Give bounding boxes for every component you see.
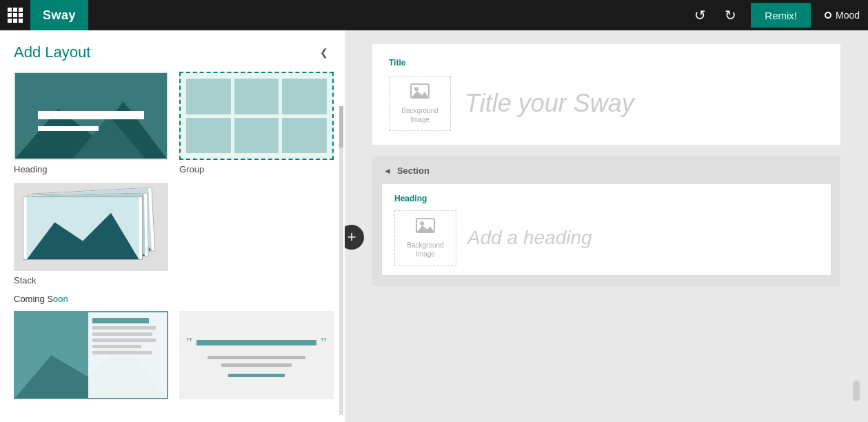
main-area: Add Layout ❮ — [0, 30, 868, 422]
bg-image-label: BackgroundImage — [401, 106, 438, 124]
heading-bg-image-box[interactable]: BackgroundImage — [394, 210, 456, 265]
mood-button[interactable]: Mood — [816, 10, 868, 21]
group-cell — [234, 79, 279, 114]
canvas-scrollbar[interactable] — [853, 381, 860, 401]
quote-line-main — [196, 340, 316, 345]
svg-point-15 — [420, 221, 424, 225]
title-card-content: BackgroundImage Title your Sway — [389, 76, 824, 131]
scrollbar-track — [339, 106, 343, 415]
title-text-preview — [15, 312, 167, 398]
stack-label: Stack — [14, 275, 168, 285]
heading-section-label: Heading — [394, 194, 818, 203]
left-panel: Add Layout ❮ — [0, 30, 345, 422]
layout-item-title-text[interactable] — [14, 311, 168, 399]
heading-bar-sub — [38, 126, 99, 131]
canvas-panel: Title BackgroundImage Tit — [345, 30, 868, 422]
image-icon — [410, 83, 430, 103]
image-icon-2 — [416, 217, 435, 238]
collapse-button[interactable]: ❮ — [314, 43, 334, 62]
mood-label: Mood — [836, 10, 860, 21]
grid-icon — [8, 8, 23, 23]
group-cell — [282, 79, 327, 114]
bottom-grid: " " — [14, 311, 334, 399]
scrollbar-thumb[interactable] — [339, 106, 343, 148]
stack-preview — [23, 190, 159, 263]
heading-thumb — [14, 72, 168, 160]
text-line — [92, 332, 152, 336]
quote-author — [228, 374, 285, 377]
coming-soon-section: Coming Soon — [14, 294, 334, 304]
section-inner: Heading BackgroundImage — [382, 184, 831, 275]
app-logo: Sway — [30, 0, 88, 30]
section-card: ◄ Section Heading — [372, 156, 840, 286]
stack-thumb — [14, 183, 168, 271]
redo-button[interactable]: ↻ — [715, 0, 745, 30]
title-card: Title BackgroundImage Tit — [372, 44, 840, 145]
grid-icon-button[interactable] — [0, 0, 30, 30]
text-line — [92, 351, 152, 354]
quote-line — [221, 363, 292, 367]
heading-placeholder-text[interactable]: Add a heading — [467, 227, 592, 249]
panel-header: Add Layout ❮ — [0, 30, 345, 72]
add-icon: + — [347, 230, 356, 245]
layout-grid: Heading Group — [14, 72, 334, 285]
coming-soon-highlight: oon — [53, 294, 68, 304]
panel-title-plain: Add — [14, 43, 45, 61]
layout-item-heading[interactable]: Heading — [14, 72, 168, 174]
heading-bar-main — [38, 111, 144, 119]
panel-title-highlight: Layout — [45, 43, 90, 61]
section-header: ◄ Section — [372, 163, 840, 184]
layout-item-stack[interactable]: Stack — [14, 183, 168, 285]
text-line — [92, 326, 156, 330]
add-layout-button[interactable]: + — [345, 220, 369, 255]
group-label: Group — [179, 164, 334, 174]
canvas-content: Title BackgroundImage Tit — [372, 44, 840, 286]
quote-line — [208, 356, 306, 359]
panel-scroll[interactable]: Heading Group — [0, 72, 345, 422]
heading-label: Heading — [14, 164, 168, 174]
group-cell — [282, 118, 327, 154]
quote-thumb: " " — [179, 311, 334, 399]
group-cell — [186, 79, 231, 114]
heading-preview — [15, 73, 167, 159]
svg-point-12 — [414, 87, 418, 91]
section-title-label: Section — [397, 165, 430, 176]
title-placeholder-text[interactable]: Title your Sway — [465, 89, 634, 118]
remix-button[interactable]: Remix! — [751, 3, 811, 28]
svg-marker-13 — [411, 91, 429, 98]
heading-bg-label: BackgroundImage — [407, 241, 443, 259]
topnav: Sway ↺ ↻ Remix! Mood — [0, 0, 868, 30]
stack-card-front — [23, 197, 143, 261]
layout-item-quote[interactable]: " " — [179, 311, 334, 399]
text-line — [92, 318, 149, 323]
mood-circle-icon — [825, 12, 831, 19]
quote-preview: " " — [186, 318, 327, 392]
text-line — [92, 339, 156, 342]
layout-item-group[interactable]: Group — [179, 72, 334, 174]
title-section-label: Title — [389, 58, 824, 68]
undo-button[interactable]: ↺ — [685, 0, 715, 30]
section-collapse-icon[interactable]: ◄ — [383, 166, 392, 176]
panel-title: Add Layout — [14, 43, 90, 61]
text-line — [92, 345, 142, 348]
title-text-thumb — [14, 311, 168, 399]
text-overlay — [88, 312, 167, 398]
group-thumb — [179, 72, 334, 160]
heading-content: BackgroundImage Add a heading — [394, 210, 818, 265]
group-preview — [181, 73, 332, 159]
group-cell — [186, 118, 231, 154]
svg-marker-16 — [416, 225, 434, 232]
title-bg-image-box[interactable]: BackgroundImage — [389, 76, 451, 131]
group-cell — [234, 118, 279, 154]
